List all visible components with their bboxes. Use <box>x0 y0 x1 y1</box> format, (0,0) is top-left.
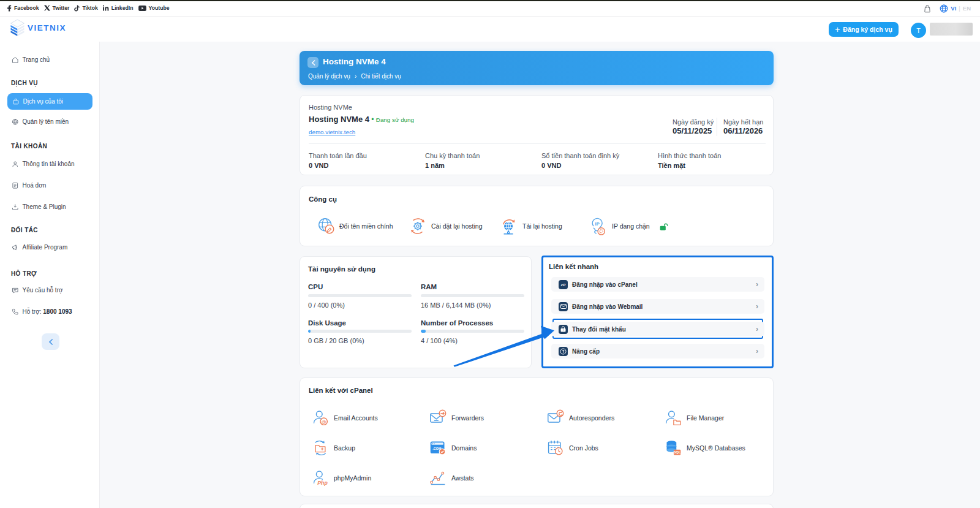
svg-text:@: @ <box>322 419 326 425</box>
svg-text:cP: cP <box>561 282 565 286</box>
svg-text:SQL: SQL <box>673 450 681 454</box>
svg-text:Php: Php <box>317 480 328 486</box>
svg-text:IP: IP <box>595 221 600 227</box>
